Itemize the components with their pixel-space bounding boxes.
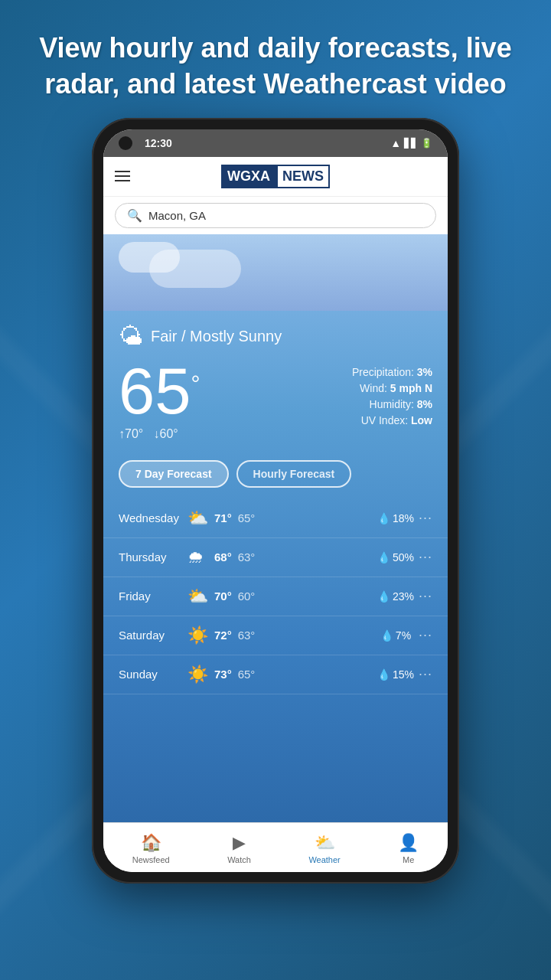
forecast-day: Friday — [119, 590, 187, 603]
forecast-high: 70° — [214, 590, 232, 603]
signal-icon: ▋▋ — [404, 138, 418, 149]
precip-value: 18% — [393, 512, 414, 524]
forecast-temps: 72° 63° — [214, 629, 373, 642]
forecast-row[interactable]: Thursday 🌧 68° 63° 💧 50% ··· — [103, 538, 448, 577]
weather-sky — [103, 234, 448, 311]
bottom-nav: 🏠 Newsfeed ▶ Watch ⛅ Weather 👤 Me — [103, 822, 448, 872]
weather-details: Precipitation: 3% Wind: 5 mph N Humidity… — [352, 358, 432, 426]
nav-item-newsfeed[interactable]: 🏠 Newsfeed — [121, 829, 181, 868]
forecast-low: 63° — [238, 629, 256, 642]
battery-icon: 🔋 — [421, 138, 432, 149]
forecast-precip: 💧 15% — [373, 668, 419, 681]
wind-detail: Wind: 5 mph N — [352, 382, 432, 394]
forecast-temps: 70° 60° — [214, 590, 373, 603]
precip-icon: 💧 — [377, 590, 390, 603]
status-bar: 12:30 ▲ ▋▋ 🔋 — [103, 129, 448, 157]
phone-screen: 12:30 ▲ ▋▋ 🔋 WGXA NEWS 🔍 Ma — [103, 129, 448, 872]
humidity-detail: Humidity: 8% — [352, 398, 432, 410]
forecast-high: 68° — [214, 550, 232, 564]
nav-item-me[interactable]: 👤 Me — [386, 829, 430, 868]
weather-main: 🌤 Fair / Mostly Sunny 65° ↑70° ↓60° — [103, 311, 448, 452]
forecast-condition-icon: ☀️ — [187, 665, 214, 684]
hamburger-menu[interactable] — [115, 171, 130, 181]
nav-item-weather[interactable]: ⛅ Weather — [297, 829, 351, 868]
nav-label-watch: Watch — [227, 855, 251, 864]
menu-line-3 — [115, 180, 130, 181]
search-input[interactable]: Macon, GA — [148, 209, 424, 222]
forecast-low: 63° — [238, 550, 256, 564]
forecast-condition-icon: ☀️ — [187, 626, 214, 645]
temp-details-row: 65° ↑70° ↓60° Precipitation: 3% Wind: 5 … — [119, 358, 432, 441]
forecast-more-icon[interactable]: ··· — [419, 666, 432, 682]
seven-day-tab[interactable]: 7 Day Forecast — [119, 460, 229, 488]
weather-condition-icon: 🌤 — [119, 322, 143, 351]
forecast-condition-icon: 🌧 — [187, 547, 214, 567]
camera-notch — [119, 136, 132, 150]
search-bar: 🔍 Macon, GA — [103, 197, 448, 234]
forecast-more-icon[interactable]: ··· — [419, 588, 432, 604]
logo-news: NEWS — [276, 165, 330, 188]
forecast-day: Thursday — [119, 550, 187, 564]
search-icon: 🔍 — [127, 208, 142, 223]
nav-icon-watch: ▶ — [233, 833, 246, 853]
precip-value: 15% — [393, 668, 414, 681]
forecast-high: 72° — [214, 629, 232, 642]
forecast-high: 71° — [214, 511, 232, 524]
degree-symbol: ° — [191, 370, 201, 395]
top-nav: WGXA NEWS — [103, 157, 448, 197]
forecast-day: Saturday — [119, 629, 187, 642]
search-wrapper[interactable]: 🔍 Macon, GA — [115, 203, 436, 228]
forecast-row[interactable]: Sunday ☀️ 73° 65° 💧 15% ··· — [103, 655, 448, 694]
forecast-high: 73° — [214, 668, 232, 681]
nav-label-weather: Weather — [308, 855, 340, 864]
nav-icon-newsfeed: 🏠 — [141, 833, 161, 853]
nav-icon-me: 👤 — [398, 833, 419, 853]
forecast-more-icon[interactable]: ··· — [419, 627, 432, 643]
precip-value: 50% — [393, 551, 414, 564]
forecast-precip: 💧 23% — [373, 590, 419, 603]
status-time: 12:30 — [145, 137, 172, 149]
app-headline: View hourly and daily forecasts, live ra… — [0, 0, 551, 118]
condition-row: 🌤 Fair / Mostly Sunny — [119, 322, 432, 351]
nav-label-newsfeed: Newsfeed — [132, 855, 170, 864]
menu-line-2 — [115, 175, 130, 177]
weather-content: 🌤 Fair / Mostly Sunny 65° ↑70° ↓60° — [103, 234, 448, 822]
forecast-temps: 71° 65° — [214, 511, 373, 524]
forecast-day: Wednesday — [119, 511, 187, 524]
nav-label-me: Me — [403, 855, 414, 864]
menu-line-1 — [115, 171, 130, 172]
forecast-precip: 💧 7% — [373, 629, 419, 642]
precip-icon: 💧 — [377, 512, 390, 524]
uv-detail: UV Index: Low — [352, 414, 432, 426]
precip-icon: 💧 — [380, 629, 393, 642]
phone-frame: 12:30 ▲ ▋▋ 🔋 WGXA NEWS 🔍 Ma — [92, 118, 459, 884]
forecast-condition-icon: ⛅ — [187, 508, 214, 528]
logo-wgxa: WGXA — [221, 165, 276, 188]
precip-icon: 💧 — [377, 668, 390, 681]
forecast-temps: 73° 65° — [214, 668, 373, 681]
forecast-row[interactable]: Saturday ☀️ 72° 63° 💧 7% ··· — [103, 616, 448, 655]
nav-icon-weather: ⛅ — [315, 833, 335, 853]
precip-value: 7% — [396, 629, 411, 642]
nav-item-watch[interactable]: ▶ Watch — [216, 829, 262, 868]
wifi-icon: ▲ — [390, 137, 401, 149]
forecast-row[interactable]: Wednesday ⛅ 71° 65° 💧 18% ··· — [103, 499, 448, 538]
forecast-precip: 💧 50% — [373, 551, 419, 564]
forecast-low: 60° — [238, 590, 256, 603]
forecast-more-icon[interactable]: ··· — [419, 510, 432, 526]
precip-value: 23% — [393, 590, 414, 603]
forecast-precip: 💧 18% — [373, 512, 419, 524]
app-logo: WGXA NEWS — [221, 165, 330, 188]
forecast-row[interactable]: Friday ⛅ 70° 60° 💧 23% ··· — [103, 577, 448, 616]
status-icons: ▲ ▋▋ 🔋 — [390, 137, 432, 149]
forecast-condition-icon: ⛅ — [187, 586, 214, 606]
temperature-section: 65° ↑70° ↓60° — [119, 358, 201, 441]
forecast-tabs: 7 Day Forecast Hourly Forecast — [103, 452, 448, 495]
hourly-tab[interactable]: Hourly Forecast — [236, 460, 352, 488]
forecast-more-icon[interactable]: ··· — [419, 549, 432, 565]
forecast-day: Sunday — [119, 668, 187, 681]
temperature-value: 65° — [119, 358, 201, 423]
precipitation-detail: Precipitation: 3% — [352, 366, 432, 378]
forecast-low: 65° — [238, 668, 256, 681]
temp-range: ↑70° ↓60° — [119, 427, 201, 441]
